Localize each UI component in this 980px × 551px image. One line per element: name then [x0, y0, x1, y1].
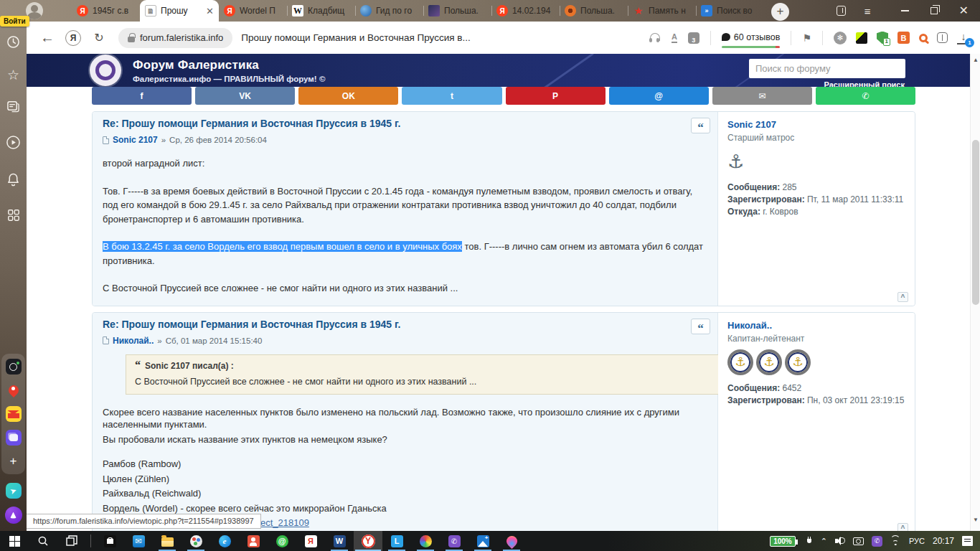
site-reviews[interactable]: 60 отзывов	[722, 32, 781, 44]
share-vk-button[interactable]: VK	[195, 87, 295, 105]
app-edge[interactable]: e	[210, 531, 239, 551]
feed-icon[interactable]	[5, 98, 22, 115]
mail-icon[interactable]	[6, 406, 22, 422]
wifi-icon[interactable]	[890, 537, 901, 545]
forum-search-input[interactable]	[749, 59, 905, 78]
hidden-icons-chevron[interactable]: ⌃	[821, 537, 827, 546]
restore-button[interactable]	[930, 7, 938, 14]
side-panel-icon[interactable]	[937, 32, 948, 43]
app-people[interactable]	[239, 531, 268, 551]
ext-adblock-shield-icon[interactable]: 1	[877, 32, 888, 44]
app-sphere[interactable]	[411, 531, 440, 551]
new-tab-button[interactable]: +	[771, 3, 789, 21]
start-button[interactable]	[0, 531, 29, 551]
bookmarks-star-icon[interactable]: ☆	[5, 66, 22, 83]
ext-loupe-icon[interactable]	[919, 34, 928, 42]
quote-button[interactable]: “	[691, 319, 710, 334]
url-bar[interactable]: forum.faleristika.info	[118, 28, 232, 48]
advanced-search-link[interactable]: Расширенный поиск	[824, 80, 905, 87]
app-mail-agent[interactable]: @	[268, 531, 296, 551]
video-play-icon[interactable]	[5, 133, 22, 151]
profile-username[interactable]: Николай..	[727, 320, 772, 331]
zen-icon[interactable]	[6, 359, 22, 375]
cast-screen-icon[interactable]	[853, 537, 864, 545]
back-to-top-button[interactable]: ^	[897, 292, 908, 302]
reload-button[interactable]: ↻	[88, 31, 110, 44]
alice-icon[interactable]	[5, 507, 22, 524]
volume-icon[interactable]	[835, 537, 845, 545]
back-to-top-button[interactable]: ^	[897, 523, 908, 531]
minimize-button[interactable]	[901, 10, 909, 11]
bookmark-flag-icon[interactable]: ⚑	[802, 32, 811, 44]
taskbar-search-button[interactable]	[29, 531, 57, 551]
app-paint3d[interactable]	[497, 531, 526, 551]
viber-tray-icon[interactable]: ✆	[872, 536, 882, 547]
add-panel-icon[interactable]: +	[6, 453, 22, 469]
tab-poisk[interactable]: »Поиск во	[696, 0, 764, 22]
app-yandex[interactable]: Я	[296, 531, 325, 551]
services-grid-icon[interactable]	[5, 207, 22, 224]
scrollbar-thumb[interactable]	[972, 140, 979, 305]
share-email-button[interactable]: ✉	[712, 87, 812, 105]
history-clock-icon[interactable]	[5, 33, 22, 50]
action-center-icon[interactable]	[962, 536, 973, 546]
tab-active-proshu[interactable]: 🗎Прошу✕	[140, 0, 219, 22]
share-mailru-button[interactable]: @	[609, 87, 709, 105]
ext-b-icon[interactable]: B	[897, 32, 910, 44]
tab-wordel[interactable]: ЯWordel П	[219, 0, 287, 22]
forum-logo[interactable]	[89, 54, 122, 87]
app-word[interactable]: W	[325, 531, 354, 551]
post-title-link[interactable]: Re: Прошу помощи Германия и Восточная Пр…	[103, 319, 400, 330]
browser-menu-icon[interactable]: ≡	[864, 6, 871, 17]
app-paint[interactable]	[182, 531, 210, 551]
tab-gid[interactable]: Гид по го	[355, 0, 423, 22]
forum-title[interactable]: Форум Фалеристика	[133, 58, 325, 72]
page-title-text[interactable]: Прошу помощи Германия и Восточная Прусси…	[241, 32, 470, 43]
battery-indicator[interactable]: 100%	[770, 536, 796, 547]
login-badge[interactable]: Войти	[0, 16, 29, 27]
app-mail[interactable]: ✉	[124, 531, 153, 551]
share-whatsapp-button[interactable]: ✆	[816, 87, 915, 105]
messenger-icon[interactable]	[6, 483, 22, 499]
tab-1402194[interactable]: Я14.02.194	[491, 0, 560, 22]
tab-polsha-2[interactable]: Польша.	[560, 0, 628, 22]
post-title-link[interactable]: Re: Прошу помощи Германия и Восточная Пр…	[103, 118, 400, 129]
app-explorer[interactable]	[153, 531, 182, 551]
app-viber[interactable]: ✆	[440, 531, 468, 551]
quote-button[interactable]: “	[691, 118, 710, 133]
maps-pin-icon[interactable]	[6, 382, 22, 398]
share-facebook-button[interactable]: f	[92, 87, 192, 105]
reader-mode-icon[interactable]: A	[672, 32, 677, 42]
app-lightshot[interactable]: L	[382, 531, 411, 551]
app-photos[interactable]	[468, 531, 497, 551]
messages-count[interactable]: 6452	[783, 383, 802, 393]
back-button[interactable]: ←	[37, 29, 58, 46]
tab-close-icon[interactable]: ✕	[206, 6, 214, 17]
language-indicator[interactable]: РУС	[909, 537, 925, 545]
close-button[interactable]: ✕	[959, 5, 969, 17]
notifications-bell-icon[interactable]	[5, 171, 22, 188]
tab-polsha-1[interactable]: Польша.	[423, 0, 491, 22]
headphones-icon[interactable]	[649, 33, 661, 42]
downloads-icon[interactable]: ↓1	[957, 32, 970, 44]
tab-1945[interactable]: Я1945г с.в	[72, 0, 140, 22]
post-author-link[interactable]: Николай..	[113, 336, 154, 346]
profile-username[interactable]: Sonic 2107	[727, 119, 776, 130]
tab-pamyat[interactable]: ★Память н	[628, 0, 696, 22]
share-odnoklassniki-button[interactable]: OK	[298, 87, 398, 105]
scroll-up-arrow[interactable]: ▲	[971, 55, 980, 65]
taskbar-clock[interactable]: 20:17	[933, 536, 954, 546]
app-store[interactable]	[95, 531, 124, 551]
post-author-link[interactable]: Sonic 2107	[113, 135, 158, 145]
app-yandex-browser[interactable]: Y	[354, 531, 382, 551]
tab-kladbishe[interactable]: WКладбищ	[287, 0, 355, 22]
yandex-home-button[interactable]: Я	[65, 30, 81, 46]
share-twitter-button[interactable]: t	[402, 87, 501, 105]
apps-purple-icon[interactable]	[6, 430, 22, 446]
page-scrollbar[interactable]: ▲ ▼	[970, 54, 980, 531]
task-view-button[interactable]	[57, 531, 86, 551]
messages-count[interactable]: 285	[783, 182, 797, 192]
ext-square-icon[interactable]	[856, 32, 867, 44]
share-pinterest-button[interactable]: P	[506, 87, 606, 105]
scroll-down-arrow[interactable]: ▼	[971, 515, 980, 525]
